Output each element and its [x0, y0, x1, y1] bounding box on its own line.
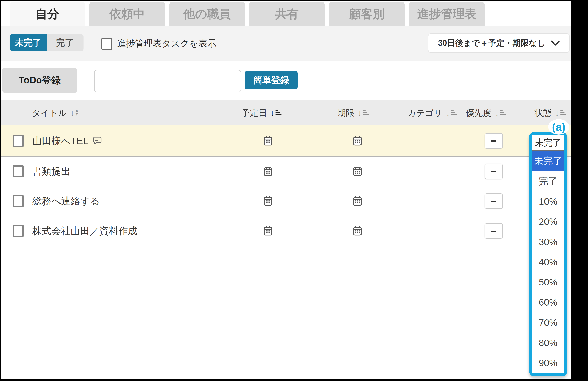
tab-by-customer[interactable]: 顧客別 [329, 2, 405, 26]
table-row[interactable]: 株式会社山田／資料作成 − [1, 216, 571, 246]
priority-button[interactable]: − [484, 193, 503, 209]
annotation-a-badge: (a) [548, 119, 569, 135]
status-option[interactable]: 90% [532, 353, 564, 373]
column-label: カテゴリ [407, 107, 442, 119]
task-title: 株式会社山田／資料作成 [32, 224, 137, 237]
column-label: 状態 [535, 107, 552, 119]
row-checkbox[interactable] [13, 166, 23, 177]
toggle-complete[interactable]: 完了 [46, 34, 83, 51]
calendar-icon[interactable] [353, 196, 362, 206]
status-option[interactable]: 20% [532, 212, 564, 232]
sort-icon[interactable]: ↓ [446, 109, 457, 117]
sort-alpha-icon[interactable]: ↓AZ [70, 109, 78, 117]
table-header: タイトル ↓AZ 予定日 ↓ 期限 ↓ カテゴリ ↓ 優先度 ↓ 状態 ↓ [1, 100, 571, 126]
sort-icon[interactable]: ↓ [358, 109, 369, 117]
status-option[interactable]: 40% [532, 252, 564, 272]
period-filter-dropdown[interactable]: 30日後まで＋予定・期限なし [428, 33, 570, 53]
task-title: 書類提出 [32, 165, 71, 178]
task-title-text[interactable]: 書類提出 [32, 165, 71, 178]
status-option[interactable]: 80% [532, 333, 564, 353]
column-label: 優先度 [466, 107, 491, 119]
status-option[interactable]: 50% [532, 272, 564, 292]
task-title-text[interactable]: 株式会社山田／資料作成 [32, 224, 137, 237]
sort-active-icon[interactable]: ↓ [270, 109, 282, 117]
row-checkbox[interactable] [13, 225, 23, 237]
period-filter-value: 30日後まで＋予定・期限なし [438, 37, 545, 49]
column-header-category[interactable]: カテゴリ ↓ [407, 100, 457, 126]
app-window: 自分 依頼中 他の職員 共有 顧客別 進捗管理表 未完了 完了 進捗管理表タスク… [1, 1, 571, 379]
calendar-icon[interactable] [263, 226, 273, 236]
task-title: 山田様へTEL [32, 134, 103, 147]
status-option[interactable]: 30% [532, 232, 564, 252]
column-header-planned-date[interactable]: 予定日 ↓ [241, 100, 282, 126]
status-filter-toggle: 未完了 完了 [10, 34, 83, 51]
task-title-text[interactable]: 総務へ連絡する [32, 195, 100, 208]
toggle-incomplete[interactable]: 未完了 [10, 34, 46, 51]
column-header-priority[interactable]: 優先度 ↓ [466, 100, 506, 126]
status-select-current[interactable]: 未完了 [532, 135, 564, 151]
column-header-title[interactable]: タイトル ↓AZ [32, 100, 78, 126]
column-label: タイトル [32, 107, 67, 119]
quick-register-button[interactable]: 簡単登録 [245, 71, 298, 89]
table-row[interactable]: 山田様へTEL − [1, 126, 571, 157]
status-option[interactable]: 10% [532, 191, 564, 212]
quick-todo-input[interactable] [94, 70, 241, 92]
column-label: 期限 [337, 107, 354, 119]
sort-icon[interactable]: ↓ [495, 109, 506, 117]
row-checkbox[interactable] [13, 195, 23, 207]
table-row[interactable]: 総務へ連絡する − [1, 187, 571, 216]
tab-label: 共有 [275, 6, 299, 22]
tab-label: 進捗管理表 [418, 6, 476, 22]
tab-requested[interactable]: 依頼中 [89, 2, 165, 26]
tab-label: 依頼中 [110, 6, 145, 22]
calendar-icon[interactable] [353, 166, 362, 176]
tab-progress-chart[interactable]: 進捗管理表 [409, 2, 484, 26]
calendar-icon[interactable] [353, 136, 362, 146]
status-dropdown: 未完了 未完了 完了 10% 20% 30% 40% 50% 60% 70% 8… [529, 132, 567, 376]
show-progress-tasks-label: 進捗管理表タスクを表示 [117, 38, 216, 49]
todo-register-button[interactable]: ToDo登録 [2, 68, 77, 93]
column-header-deadline[interactable]: 期限 ↓ [337, 100, 369, 126]
table-row[interactable]: 書類提出 − [1, 157, 571, 187]
tab-label: 自分 [36, 6, 59, 22]
calendar-icon[interactable] [263, 136, 273, 146]
priority-button[interactable]: − [484, 223, 503, 239]
task-title: 総務へ連絡する [32, 195, 100, 208]
calendar-icon[interactable] [263, 166, 273, 176]
comment-icon[interactable] [92, 136, 103, 146]
chevron-down-icon [551, 41, 560, 46]
priority-button[interactable]: − [484, 164, 503, 179]
tab-other-staff[interactable]: 他の職員 [169, 2, 245, 26]
calendar-icon[interactable] [353, 226, 362, 236]
status-option[interactable]: 完了 [532, 171, 564, 191]
tab-own[interactable]: 自分 [10, 2, 85, 26]
status-option[interactable]: 60% [532, 292, 564, 313]
status-option[interactable]: 未完了 [532, 151, 564, 171]
tab-shared[interactable]: 共有 [249, 2, 325, 26]
tab-label: 顧客別 [349, 6, 385, 22]
sort-icon[interactable]: ↓ [555, 109, 566, 117]
tab-label: 他の職員 [183, 6, 231, 22]
column-label: 予定日 [241, 107, 267, 119]
row-checkbox[interactable] [13, 135, 23, 147]
priority-button[interactable]: − [484, 133, 503, 148]
task-title-text[interactable]: 山田様へTEL [32, 134, 88, 147]
show-progress-tasks-checkbox[interactable] [101, 38, 112, 50]
status-option[interactable]: 70% [532, 313, 564, 333]
status-option-list: 未完了 完了 10% 20% 30% 40% 50% 60% 70% 80% 9… [532, 151, 564, 373]
calendar-icon[interactable] [263, 196, 273, 206]
